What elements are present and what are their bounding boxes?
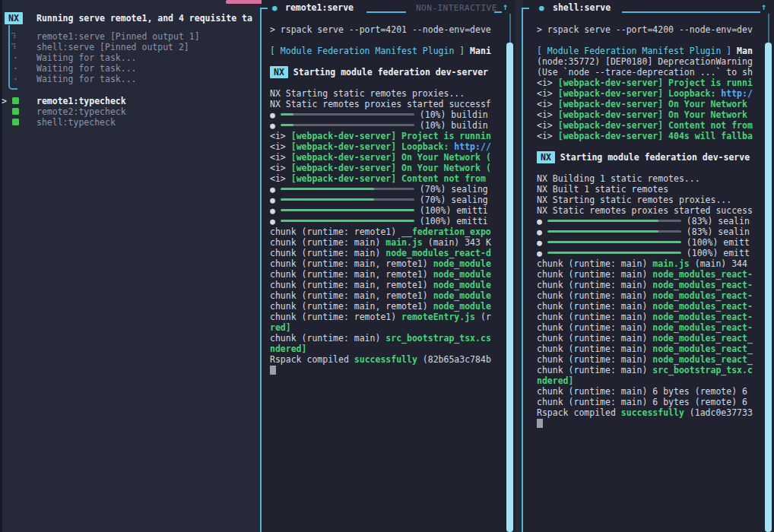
terminal-line: chunk (runtime: main) node_modules_react… [537,344,762,354]
text-segment: main.js [652,258,689,269]
terminal-line: [ Module Federation Manifest Plugin ] Ma… [537,46,762,56]
terminal-line: [ Module Federation Manifest Plugin ] Ma… [270,46,498,56]
text-segment: http:// [454,141,490,152]
terminal-line: chunk (runtime: main) src_bootstrap_tsx.… [537,365,762,375]
text-segment: NX Built 1 static remotes [537,184,668,195]
text-segment: <i> [537,109,558,120]
terminal-line: ● (70%) sealing [270,184,498,195]
text-segment: (main) 343 K [423,237,491,248]
terminal-line [537,141,762,152]
text-segment: ● [537,216,547,226]
scrollbar-thumb[interactable] [765,43,772,532]
terminal-line: chunk (runtime: main) node_modules_react… [537,333,762,344]
terminal-line: Rspack compiled successfully (1adc0e3773… [537,407,762,418]
text-segment: chunk (runtime: main) [270,333,385,344]
text-segment: chunk (runtime: main, remote1) [270,290,433,301]
terminal-line: NX Built 1 static remotes [537,184,762,195]
selection-marker: > [2,96,7,106]
text-segment: <i> [537,99,558,109]
terminal-output-shell[interactable]: > rspack serve --port=4200 --node-env=de… [537,24,762,527]
progress-bar [547,241,681,243]
terminal-line: chunk (runtime: main) main.js (main) 343… [270,237,498,248]
text-segment: red] [270,322,291,333]
text-segment: chunk (runtime: main) [537,290,652,301]
text-segment: <i> [270,141,291,152]
terminal-line: ● (100%) emitti [270,216,498,226]
text-segment: <i> [537,88,558,99]
terminal-line: NX Starting static remotes proxies... [537,195,762,205]
terminal-line: chunk (runtime: main, remote1) node_modu… [270,301,498,312]
task-status-square-icon [12,97,19,104]
task-row[interactable]: ·Waiting for task... [0,63,260,74]
terminal-line: > rspack serve --port=4201 --node-env=de… [270,24,498,35]
text-segment: <i> [270,131,291,141]
progress-bar [547,220,681,222]
task-row[interactable]: ⠹remote1:serve [Pinned output 1] [0,31,260,42]
terminal-line: <i> [webpack-dev-server] Content not fro… [270,173,498,184]
text-segment: node_module [433,258,491,269]
text-segment: NX Static remotes proxies started succes… [537,205,753,216]
text-segment: [ Module Federation Manifest Plugin ] [270,46,465,56]
text-segment: [webpack-dev-server] On Your Network ( [291,163,491,173]
pane-title-shell-serve: shell:serve [553,2,611,13]
task-row[interactable]: remote2:typecheck [0,106,260,117]
text-segment: [webpack-dev-server] Content not from [291,173,486,184]
text-segment: chunk (runtime: main, remote1) [270,301,433,312]
pane-border-left [260,8,262,532]
scrollbar-thumb[interactable] [506,43,513,532]
pending-dot-icon: · [13,52,18,63]
text-segment: node_module [433,269,491,280]
text-segment: ● [270,216,281,226]
pane-border-corner [260,8,268,9]
text-segment: node_modules_react_ [652,354,753,365]
scroll-up-icon[interactable]: ↑ [761,2,766,12]
text-segment: (70%) sealing [414,184,488,195]
text-segment: [webpack-dev-server] On Your Network ( [291,152,491,163]
terminal-line: ● (70%) sealing [270,195,498,205]
terminal-line: <i> [webpack-dev-server] On Your Network… [270,163,498,173]
text-segment: (83%) sealin [681,226,750,237]
task-row[interactable]: ·Waiting for task... [0,74,260,84]
text-segment: chunk (runtime: main) [537,354,652,365]
terminal-line: (node:35772) [DEP0180] DeprecationWarnin… [537,56,762,67]
text-segment: chunk (runtime: main) 6 bytes (remote) 6 [537,397,747,407]
text-segment: ndered] [270,344,306,354]
text-segment: ● [537,237,547,248]
nx-badge: NX [270,66,288,78]
terminal-line: ndered] [270,344,498,354]
task-row[interactable]: ⠹shell:serve [Pinned output 2] [0,42,260,52]
text-segment: (100%) emitti [414,205,488,216]
text-segment: node_modules_react- [652,301,753,312]
terminal-line: <i> [webpack-dev-server] On Your Network… [270,152,498,163]
task-row[interactable]: shell:typecheck [0,117,260,128]
text-segment: (70%) sealing [414,195,488,205]
text-segment: main.js [385,237,422,248]
nx-badge: NX [537,151,555,163]
text-segment: chunk (runtime: remote1) [270,312,401,322]
scroll-up-icon[interactable]: ↑ [503,2,508,12]
text-segment: chunk (runtime: main) [537,344,652,354]
terminal-output-remote1[interactable]: > rspack serve --port=4201 --node-env=de… [270,24,498,527]
text-segment: node_module [433,290,491,301]
text-segment: [webpack-dev-server] Loopback: [558,88,722,99]
terminal-line: NX Static remotes proxies started succes… [270,99,498,109]
pending-dot-icon: · [13,74,18,84]
pane-border-left [522,8,523,532]
text-segment: (100%) emitt [681,248,750,258]
terminal-line: NXStarting module federation dev-serve [537,152,762,163]
task-label: shell:serve [Pinned output 2] [36,42,189,52]
pending-dot-icon: · [13,63,18,74]
progress-bar [547,230,681,233]
text-segment: node_modules_react- [652,290,753,301]
task-row[interactable]: ·Waiting for task... [0,52,260,63]
pane-border-corner [522,8,529,9]
text-segment: node_modules_react_ [652,333,753,344]
pane-header-rule [494,11,502,13]
text-segment: NX Building 1 static remotes... [537,173,700,184]
text-segment: chunk (runtime: main) [270,237,385,248]
task-row[interactable]: >remote1:typecheck [0,96,260,106]
text-segment: ● [270,120,281,131]
text-segment: node_modules_react- [652,269,753,280]
text-segment: <i> [270,152,291,163]
terminal-line: chunk (runtime: main) node_modules_react… [537,290,762,301]
